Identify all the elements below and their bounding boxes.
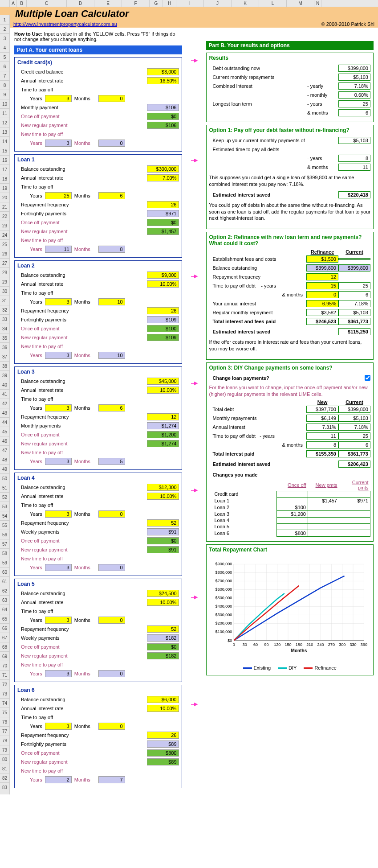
- loan-4-newreg-input[interactable]: $91: [147, 546, 179, 553]
- opt3-tpom-new: 8: [306, 441, 338, 448]
- loan-2-freq-input[interactable]: 26: [147, 307, 179, 314]
- loan-4-years-input[interactable]: 3: [45, 510, 72, 518]
- loan-3-months-label: Months: [72, 405, 98, 411]
- opt2-rf-ref[interactable]: 12: [306, 273, 338, 280]
- loan-2-newtpo-label: New time to pay off: [17, 344, 179, 349]
- opt2-yai-ref[interactable]: 6.95%: [306, 300, 338, 307]
- loan-2-rate-input[interactable]: 10.00%: [147, 280, 179, 288]
- loan-1-months-label: Months: [72, 193, 98, 198]
- loan-2-newreg-label: New regular payment: [17, 335, 147, 340]
- loan-1-rate-input[interactable]: 7.00%: [147, 174, 179, 181]
- arrow-column: [190, 31, 198, 788]
- chg-row-1: Loan 1$1,457$971: [209, 497, 370, 504]
- svg-text:$900,000: $900,000: [215, 562, 232, 566]
- svg-text:$700,000: $700,000: [215, 579, 232, 583]
- loan-5-newreg-input[interactable]: $182: [147, 652, 179, 659]
- change-payments-checkbox[interactable]: [365, 375, 370, 381]
- loan-1-bal-input[interactable]: $300,000: [147, 165, 179, 173]
- panel-option3: Option 3: DIY Change payments on some lo…: [206, 362, 374, 542]
- loan-3-bal-input[interactable]: $45,000: [147, 378, 179, 385]
- res-llt-m-label: & months: [307, 110, 338, 115]
- loan-6-pay-label: Fortnightly payments: [17, 741, 147, 747]
- loan-4-freq-label: Repayment frequency: [17, 520, 147, 526]
- loan-5-rate-input[interactable]: 10.00%: [147, 599, 179, 606]
- svg-text:$0: $0: [228, 638, 232, 642]
- loan-5-months-label: Months: [72, 617, 98, 623]
- source-link[interactable]: http://www.investmentpropertycalculator.…: [13, 21, 117, 27]
- cc-newtpo-label: New time to pay off: [17, 132, 179, 137]
- loan-6-months-label: Months: [72, 724, 98, 729]
- loan-3-once-input[interactable]: $1,200: [147, 431, 179, 438]
- loan-2-once-input[interactable]: $100: [147, 325, 179, 332]
- cc-once-input[interactable]: $0: [147, 113, 179, 120]
- opt3-tpoy-new: 11: [306, 432, 338, 440]
- results-title: Results: [209, 55, 371, 61]
- loan-1-months-input[interactable]: 6: [98, 192, 125, 199]
- loan-3-pay-label: Monthly payments: [17, 423, 147, 428]
- cc-newreg-input[interactable]: $106: [147, 122, 179, 129]
- loan-6-years-input[interactable]: 3: [45, 723, 72, 730]
- loan-1-once-input[interactable]: $0: [147, 219, 179, 226]
- loan-4-rate-input[interactable]: 10.00%: [147, 493, 179, 500]
- opt2-tpom-cur: 6: [338, 291, 370, 298]
- opt3-ai-cur: 7.18%: [338, 424, 370, 431]
- chg-row-6: Loan 6$800: [209, 530, 370, 536]
- loan-4-once-input[interactable]: $0: [147, 537, 179, 544]
- res-llt-y-label: - years: [307, 101, 338, 107]
- opt1-eis: $220,418: [338, 191, 370, 198]
- opt2-tpoy-ref[interactable]: 15: [306, 282, 338, 289]
- loan-6-bal-input[interactable]: $6,000: [147, 696, 179, 703]
- loan-3-newreg-input[interactable]: $1,274: [147, 440, 179, 447]
- cc-bal-input[interactable]: $3,000: [147, 68, 179, 75]
- opt2-tpoy-cur: 25: [338, 282, 370, 289]
- loan-5-once-input[interactable]: $0: [147, 643, 179, 650]
- cc-rate-input[interactable]: 16.50%: [147, 77, 179, 84]
- svg-text:$500,000: $500,000: [215, 596, 232, 600]
- loan-1-freq-input[interactable]: 26: [147, 201, 179, 208]
- loan-4-months-input[interactable]: 0: [98, 510, 125, 518]
- opt2-tpom-ref[interactable]: 0: [306, 291, 338, 298]
- loan-3-months-input[interactable]: 6: [98, 404, 125, 411]
- loan-1-newreg-input[interactable]: $1,457: [147, 228, 179, 235]
- loan-1-years-input[interactable]: 25: [45, 192, 72, 199]
- loan-6-once-input[interactable]: $800: [147, 749, 179, 757]
- loan-1-once-label: Once off payment: [17, 220, 147, 225]
- loan-5-bal-input[interactable]: $24,500: [147, 590, 179, 597]
- loan-2-ny: 3: [45, 352, 72, 359]
- loan-5-months-input[interactable]: 0: [98, 617, 125, 624]
- loan-3-years-input[interactable]: 3: [45, 404, 72, 411]
- loan-3-rate-input[interactable]: 10.00%: [147, 387, 179, 394]
- page-title: Multiple Loan Calculator: [12, 8, 378, 20]
- chg-h-cur: Current pmts: [339, 479, 370, 491]
- opt3-tip-cur: $361,773: [338, 450, 370, 457]
- cc-months-label: Months: [72, 96, 98, 101]
- svg-text:300: 300: [339, 642, 345, 646]
- loan-3-freq-input[interactable]: 12: [147, 413, 179, 420]
- opt1-m-label: & months: [307, 165, 338, 170]
- loan-2-months-input[interactable]: 10: [98, 298, 125, 305]
- loan-4-bal-label: Balance outstanding: [17, 485, 147, 490]
- loan-4-pay: $91: [147, 528, 179, 535]
- loan-5-freq-input[interactable]: 52: [147, 625, 179, 633]
- loan-2-pay-label: Fortnightly payments: [17, 317, 147, 322]
- loan-5-ny: 3: [45, 670, 72, 677]
- loan-2-bal-input[interactable]: $9,000: [147, 272, 179, 279]
- loan-5-years-input[interactable]: 3: [45, 617, 72, 624]
- cc-years-input[interactable]: 3: [45, 95, 72, 102]
- opt1-keep: $5,103: [338, 137, 370, 144]
- loan-4-freq-input[interactable]: 52: [147, 519, 179, 527]
- cc-months-input[interactable]: 0: [98, 95, 125, 102]
- loan-2-years-input[interactable]: 3: [45, 298, 72, 305]
- loan-6-freq-input[interactable]: 26: [147, 732, 179, 739]
- content-area: How to Use: Input a value in all the YEL…: [10, 28, 378, 794]
- loan-6-months-input[interactable]: 0: [98, 723, 125, 730]
- opt2-efc-ref[interactable]: $1,500: [306, 255, 338, 263]
- spreadsheet-frame: ABCDEFGHIJKLMN 1234567891011121314151617…: [0, 0, 378, 794]
- res-llt-label: Longest loan term: [209, 101, 308, 107]
- loan-2-newreg-input[interactable]: $109: [147, 334, 179, 341]
- loan-5-freq-label: Repayment frequency: [17, 626, 147, 632]
- loan-4-bal-input[interactable]: $12,300: [147, 484, 179, 491]
- loan-6-newreg-input[interactable]: $89: [147, 758, 179, 765]
- loan-6-rate-input[interactable]: 10.00%: [147, 705, 179, 712]
- loan-6-rate-label: Annual interest rate: [17, 706, 147, 711]
